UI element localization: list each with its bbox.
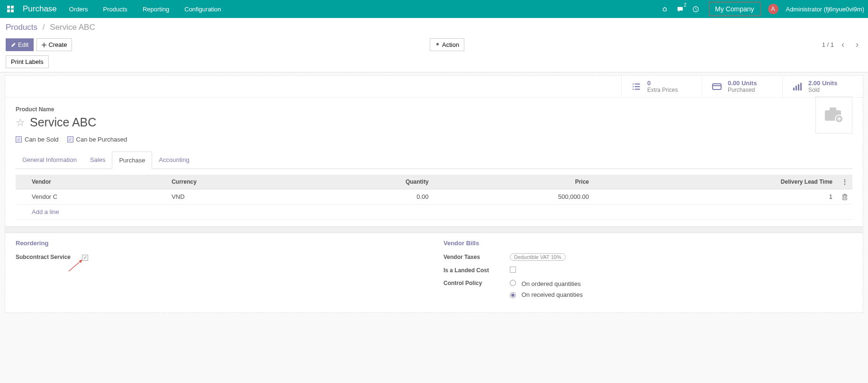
bars-icon <box>792 82 803 91</box>
control-received-radio[interactable] <box>510 292 516 298</box>
subcontract-checkbox[interactable]: ✓ <box>82 255 88 261</box>
stat-label: Sold <box>808 87 837 93</box>
pager-text: 1 / 1 <box>822 41 834 48</box>
add-line-link[interactable]: Add a line <box>32 208 59 215</box>
apps-icon[interactable] <box>4 2 17 16</box>
nav-reporting[interactable]: Reporting <box>136 1 176 18</box>
svg-rect-21 <box>713 84 721 89</box>
create-button[interactable]: Create <box>36 38 72 51</box>
cell-price: 500,000.00 <box>434 189 594 205</box>
col-currency[interactable]: Currency <box>167 175 304 189</box>
user-name[interactable]: Administrator (fj6nyue0vi9m) <box>786 6 864 13</box>
control-ordered-label: On ordered quantities <box>522 280 581 287</box>
can-be-sold-checkbox[interactable]: ✓ <box>16 136 22 143</box>
breadcrumb-parent[interactable]: Products <box>6 23 37 32</box>
svg-rect-26 <box>800 83 802 90</box>
edit-button[interactable]: Edit <box>6 38 34 51</box>
action-label: Action <box>442 41 459 48</box>
col-price[interactable]: Price <box>434 175 594 189</box>
svg-line-37 <box>69 260 82 271</box>
product-name: Service ABC <box>30 116 96 129</box>
pager-prev[interactable]: ‹ <box>838 38 848 52</box>
subcontract-label: Subcontract Service <box>16 254 82 260</box>
app-brand[interactable]: Purchase <box>17 4 63 14</box>
edit-label: Edit <box>18 41 28 48</box>
col-more-icon[interactable]: ⋮ <box>837 175 852 189</box>
pager-next[interactable]: › <box>852 38 862 52</box>
company-selector[interactable]: My Company <box>709 2 760 16</box>
form-sheet: 0Extra Prices 0.00 UnitsPurchased 2.00 U… <box>5 75 863 313</box>
vendor-taxes-tag[interactable]: Deductible VAT 10% <box>510 253 566 261</box>
nav-links: Orders Products Reporting Configuration <box>63 1 228 18</box>
landed-cost-label: Is a Landed Cost <box>443 267 510 274</box>
nav-products[interactable]: Products <box>97 1 134 18</box>
svg-rect-0 <box>7 6 10 9</box>
svg-rect-28 <box>830 107 836 111</box>
can-be-purchased-checkbox[interactable]: ✓ <box>67 136 73 143</box>
top-nav: Purchase Orders Products Reporting Confi… <box>0 0 868 18</box>
vendor-taxes-label: Vendor Taxes <box>443 254 510 260</box>
control-received-label: On received quantities <box>522 291 583 298</box>
product-tabs: General Information Sales Purchase Accou… <box>16 151 852 169</box>
svg-rect-2 <box>7 9 10 12</box>
stat-sold[interactable]: 2.00 UnitsSold <box>782 76 863 97</box>
clock-icon[interactable] <box>690 4 701 15</box>
svg-rect-23 <box>793 88 795 90</box>
can-be-sold-label: Can be Sold <box>25 136 59 143</box>
reordering-title: Reordering <box>16 240 425 247</box>
control-policy-label: Control Policy <box>443 280 510 286</box>
svg-rect-3 <box>11 9 14 12</box>
col-lead[interactable]: Delivery Lead Time <box>594 175 837 189</box>
vendor-table: Vendor Currency Quantity Price Delivery … <box>16 175 852 220</box>
stat-label: Extra Prices <box>647 87 678 93</box>
print-labels-button[interactable]: Print Labels <box>6 55 49 68</box>
svg-rect-25 <box>798 84 799 90</box>
tab-accounting[interactable]: Accounting <box>152 151 196 169</box>
table-row[interactable]: Vendor C VND 0.00 500,000.00 1 <box>16 189 852 205</box>
card-icon <box>712 82 722 91</box>
landed-cost-checkbox[interactable] <box>510 267 516 273</box>
col-vendor[interactable]: Vendor <box>27 175 167 189</box>
nav-configuration[interactable]: Configuration <box>178 1 227 18</box>
cell-vendor: Vendor C <box>27 189 167 205</box>
tab-sales[interactable]: Sales <box>83 151 112 169</box>
tab-general-information[interactable]: General Information <box>16 151 83 169</box>
cell-lead: 1 <box>594 189 837 205</box>
svg-point-4 <box>663 8 667 11</box>
nav-orders[interactable]: Orders <box>63 1 95 18</box>
chat-badge: 2 <box>682 2 688 9</box>
action-button[interactable]: Action <box>430 38 464 51</box>
control-panel: Products / Service ABC Edit Create Actio… <box>0 18 868 72</box>
chat-icon[interactable]: 2 <box>675 4 686 15</box>
favorite-star-icon[interactable]: ☆ <box>16 116 25 129</box>
product-image[interactable] <box>815 97 852 134</box>
svg-line-12 <box>696 9 697 10</box>
control-ordered-radio[interactable] <box>510 280 516 286</box>
company-name: My Company <box>715 5 754 13</box>
cell-currency: VND <box>167 189 304 205</box>
svg-rect-24 <box>796 86 797 90</box>
svg-rect-32 <box>843 195 847 200</box>
stat-value: 0 <box>647 80 678 87</box>
stat-label: Purchased <box>728 87 757 93</box>
svg-rect-1 <box>11 6 14 9</box>
list-icon <box>631 81 642 92</box>
create-label: Create <box>48 41 67 48</box>
user-avatar[interactable]: A <box>768 4 778 14</box>
stat-purchased[interactable]: 0.00 UnitsPurchased <box>702 76 782 97</box>
can-be-purchased-label: Can be Purchased <box>76 136 127 143</box>
col-quantity[interactable]: Quantity <box>304 175 433 189</box>
tab-purchase[interactable]: Purchase <box>112 151 152 169</box>
cell-quantity: 0.00 <box>304 189 433 205</box>
breadcrumb-current: Service ABC <box>50 23 95 32</box>
bug-icon[interactable] <box>660 4 670 14</box>
product-name-label: Product Name <box>16 106 852 113</box>
stat-bar: 0Extra Prices 0.00 UnitsPurchased 2.00 U… <box>5 76 863 98</box>
stat-value: 2.00 Units <box>808 80 837 87</box>
stat-value: 0.00 Units <box>728 80 757 87</box>
breadcrumb: Products / Service ABC <box>6 23 862 32</box>
stat-extra-prices[interactable]: 0Extra Prices <box>621 76 702 97</box>
delete-row-icon[interactable] <box>837 189 852 205</box>
vendor-bills-title: Vendor Bills <box>443 240 852 247</box>
